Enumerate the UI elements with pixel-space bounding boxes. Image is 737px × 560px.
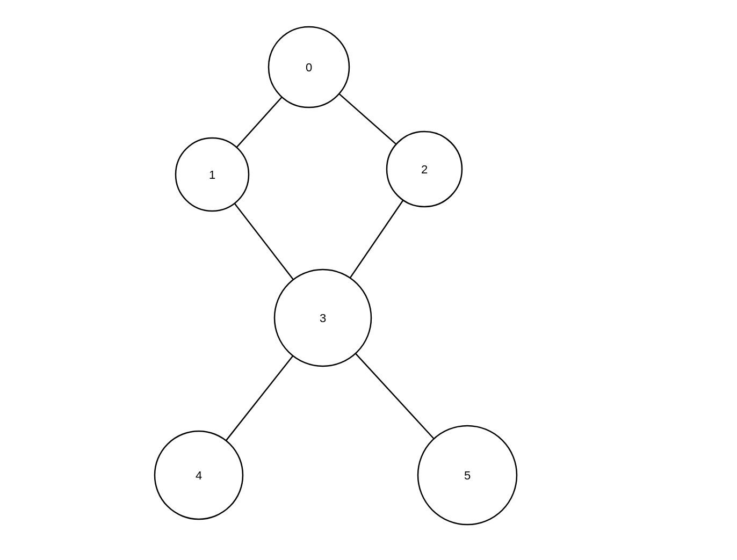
graph-diagram: 012345 (0, 0, 737, 560)
node-2: 2 (387, 132, 462, 207)
edge-n3-n4 (226, 356, 293, 441)
edge-n0-n1 (236, 97, 281, 148)
node-label-3: 3 (320, 311, 326, 325)
edge-n1-n3 (235, 203, 293, 280)
node-label-5: 5 (464, 469, 471, 482)
node-label-1: 1 (209, 168, 215, 181)
node-0: 0 (269, 27, 349, 107)
node-5: 5 (418, 426, 517, 525)
node-label-0: 0 (306, 61, 312, 74)
node-3: 3 (274, 270, 371, 366)
nodes-layer: 012345 (155, 27, 517, 525)
node-1: 1 (176, 138, 249, 211)
node-label-4: 4 (196, 469, 202, 482)
edge-n3-n5 (356, 353, 434, 439)
node-label-2: 2 (421, 163, 428, 176)
edge-n2-n3 (350, 200, 403, 278)
node-4: 4 (155, 431, 243, 519)
edge-n0-n2 (339, 94, 396, 144)
